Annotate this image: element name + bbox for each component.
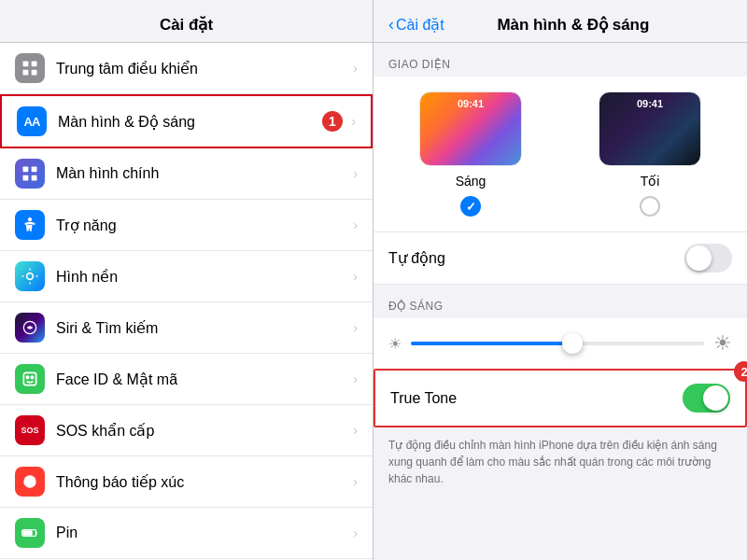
- brightness-sun-small-icon: ☀: [388, 335, 402, 353]
- control-center-icon: [15, 53, 45, 83]
- chevron-icon: ›: [351, 114, 356, 129]
- svg-rect-5: [32, 167, 37, 173]
- chevron-icon: ›: [353, 217, 358, 232]
- true-tone-toggle[interactable]: [683, 384, 730, 413]
- chevron-icon: ›: [353, 166, 358, 181]
- sidebar-item-label: Thông báo tiếp xúc: [56, 473, 353, 491]
- svg-rect-11: [23, 372, 35, 385]
- sidebar-item-label: Pin: [56, 525, 353, 541]
- sidebar-item-accessibility[interactable]: Trợ năng ›: [0, 200, 373, 251]
- slider-fill: [411, 342, 572, 345]
- true-tone-row: True Tone 2: [374, 369, 747, 427]
- svg-rect-0: [23, 62, 29, 67]
- slider-thumb: [562, 333, 583, 354]
- true-tone-label: True Tone: [390, 390, 683, 407]
- accessibility-icon: [15, 210, 45, 240]
- sidebar-item-label: Hình nền: [56, 268, 353, 286]
- dark-theme-time: 09:41: [637, 98, 663, 109]
- auto-toggle[interactable]: [684, 244, 732, 273]
- wallpaper-icon: [15, 261, 45, 291]
- svg-point-13: [31, 376, 34, 379]
- true-tone-toggle-knob: [703, 385, 728, 411]
- light-theme-radio[interactable]: [460, 196, 481, 217]
- dark-theme-preview: 09:41: [599, 91, 701, 166]
- svg-rect-6: [23, 175, 29, 181]
- brightness-sun-large-icon: ☀: [713, 331, 732, 356]
- brightness-slider[interactable]: [411, 342, 704, 345]
- chevron-icon: ›: [353, 525, 358, 540]
- svg-rect-1: [32, 62, 37, 67]
- auto-label: Tự động: [388, 249, 684, 267]
- sidebar-item-label: Siri & Tìm kiếm: [56, 319, 353, 337]
- theme-light-option[interactable]: 09:41 Sáng: [396, 91, 545, 217]
- sidebar-item-label: Trung tâm điều khiển: [56, 60, 353, 77]
- theme-section: 09:41 Sáng 09:41 Tối Tự động: [374, 77, 747, 285]
- detail-title: Màn hình & Độ sáng: [452, 15, 695, 35]
- detail-panel: ‹ Cài đặt Màn hình & Độ sáng GIAO DIỆN 0…: [374, 0, 747, 560]
- svg-rect-16: [23, 531, 32, 535]
- exposure-icon: [15, 467, 45, 497]
- toggle-knob: [686, 245, 712, 271]
- sidebar-item-display-brightness[interactable]: AA Màn hình & Độ sáng › 1: [0, 94, 373, 148]
- chevron-icon: ›: [353, 61, 358, 76]
- svg-rect-4: [23, 167, 29, 173]
- sidebar-item-label: Trợ năng: [56, 217, 353, 234]
- sidebar-item-wallpaper[interactable]: Hình nền ›: [0, 251, 373, 302]
- sidebar-item-label: SOS khẩn cấp: [56, 422, 353, 440]
- theme-row: 09:41 Sáng 09:41 Tối: [374, 77, 747, 231]
- sos-icon: SOS: [15, 415, 45, 445]
- chevron-icon: ›: [353, 371, 358, 386]
- svg-rect-3: [32, 70, 37, 76]
- sidebar-item-control-center[interactable]: Trung tâm điều khiển ›: [0, 43, 373, 94]
- true-tone-description: Tự động điều chỉnh màn hình iPhone dựa t…: [374, 427, 747, 497]
- settings-sidebar: Cài đặt Trung tâm điều khiển › AA Màn hì…: [0, 0, 374, 560]
- sidebar-header: Cài đặt: [0, 0, 373, 43]
- sidebar-item-battery[interactable]: Pin ›: [0, 508, 373, 559]
- face-id-icon: [15, 364, 45, 394]
- svg-point-8: [28, 217, 32, 221]
- do-sang-label: ĐỘ SÁNG: [374, 285, 747, 318]
- brightness-section: ☀ ☀ True Tone 2: [374, 318, 747, 427]
- back-label: Cài đặt: [396, 16, 444, 34]
- giao-dien-label: GIAO DIỆN: [374, 43, 747, 77]
- light-theme-time: 09:41: [458, 98, 484, 109]
- sidebar-item-face-id[interactable]: Face ID & Mật mã ›: [0, 354, 373, 405]
- back-button[interactable]: ‹ Cài đặt: [388, 15, 444, 35]
- sidebar-item-label: Face ID & Mật mã: [56, 371, 353, 388]
- back-chevron-icon: ‹: [388, 15, 394, 35]
- sidebar-item-label: Màn hình chính: [56, 165, 353, 182]
- badge-2: 2: [734, 361, 747, 382]
- sidebar-item-exposure[interactable]: Thông báo tiếp xúc ›: [0, 456, 373, 508]
- sidebar-item-siri[interactable]: Siri & Tìm kiếm ›: [0, 302, 373, 354]
- svg-rect-7: [32, 175, 37, 181]
- chevron-icon: ›: [353, 474, 358, 489]
- svg-point-12: [26, 376, 29, 379]
- svg-rect-2: [23, 70, 29, 76]
- home-screen-icon: [15, 159, 45, 189]
- light-theme-preview: 09:41: [419, 91, 522, 166]
- sidebar-item-home-screen[interactable]: Màn hình chính ›: [0, 148, 373, 200]
- light-theme-label: Sáng: [456, 174, 486, 189]
- brightness-row: ☀ ☀: [374, 318, 747, 369]
- sidebar-item-sos[interactable]: SOS SOS khẩn cấp ›: [0, 405, 373, 456]
- theme-dark-option[interactable]: 09:41 Tối: [575, 91, 725, 217]
- detail-header: ‹ Cài đặt Màn hình & Độ sáng: [374, 0, 747, 43]
- chevron-icon: ›: [353, 269, 358, 284]
- badge-1: 1: [322, 111, 343, 132]
- settings-list: Trung tâm điều khiển › AA Màn hình & Độ …: [0, 43, 373, 560]
- chevron-icon: ›: [353, 320, 358, 335]
- siri-icon: [15, 313, 45, 343]
- chevron-icon: ›: [353, 423, 358, 438]
- battery-icon: [15, 518, 45, 548]
- detail-content: GIAO DIỆN 09:41 Sáng 09:41 Tối: [374, 43, 747, 560]
- sidebar-item-label: Màn hình & Độ sáng: [58, 113, 351, 131]
- dark-theme-label: Tối: [641, 174, 660, 189]
- display-brightness-icon: AA: [17, 106, 47, 136]
- svg-point-9: [27, 273, 34, 280]
- auto-row: Tự động: [374, 231, 747, 285]
- dark-theme-radio[interactable]: [640, 196, 660, 217]
